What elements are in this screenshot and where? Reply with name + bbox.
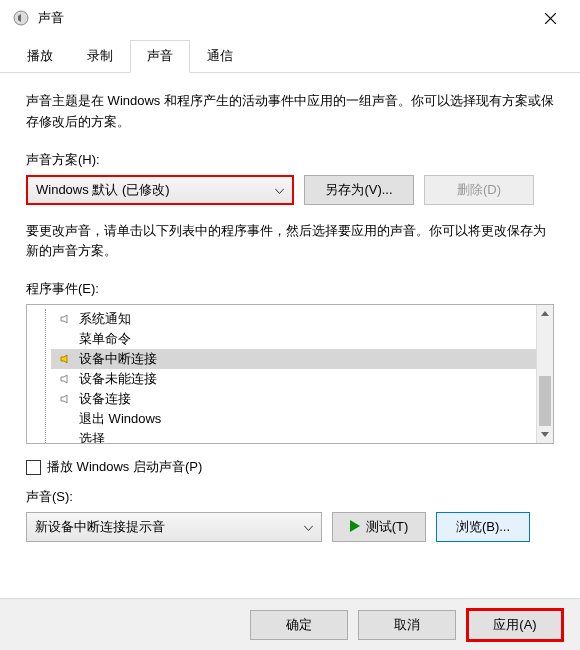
chevron-down-icon — [275, 182, 284, 197]
tab-recording[interactable]: 录制 — [70, 40, 130, 72]
startup-sound-row: 播放 Windows 启动声音(P) — [26, 458, 554, 476]
scroll-down-button[interactable] — [537, 426, 553, 443]
close-button[interactable] — [528, 3, 572, 33]
sound-dropdown[interactable]: 新设备中断连接提示音 — [26, 512, 322, 542]
list-item[interactable]: 设备未能连接 — [51, 369, 553, 389]
apply-button[interactable]: 应用(A) — [466, 608, 564, 642]
tab-communications[interactable]: 通信 — [190, 40, 250, 72]
test-label: 测试(T) — [366, 518, 409, 536]
scheme-value: Windows 默认 (已修改) — [36, 181, 170, 199]
play-icon — [350, 520, 360, 535]
events-listbox[interactable]: 系统通知 菜单命令 设备中断连接 设备未能连接 设备连接 退出 Windows … — [26, 304, 554, 444]
save-as-button[interactable]: 另存为(V)... — [304, 175, 414, 205]
chevron-down-icon — [304, 520, 313, 535]
list-item[interactable]: 菜单命令 — [51, 329, 553, 349]
description-1: 声音主题是在 Windows 和程序产生的活动事件中应用的一组声音。你可以选择现… — [26, 91, 554, 133]
tree-line — [45, 309, 46, 443]
scroll-up-button[interactable] — [537, 305, 553, 322]
scheme-row: Windows 默认 (已修改) 另存为(V)... 删除(D) — [26, 175, 554, 205]
delete-button: 删除(D) — [424, 175, 534, 205]
speaker-muted-icon — [57, 373, 75, 385]
tab-sounds[interactable]: 声音 — [130, 40, 190, 73]
list-item[interactable]: 系统通知 — [51, 309, 553, 329]
scheme-label: 声音方案(H): — [26, 151, 554, 169]
sound-icon — [12, 9, 30, 27]
speaker-muted-icon — [57, 393, 75, 405]
tab-playback[interactable]: 播放 — [10, 40, 70, 72]
sound-value: 新设备中断连接提示音 — [35, 518, 165, 536]
description-2: 要更改声音，请单击以下列表中的程序事件，然后选择要应用的声音。你可以将更改保存为… — [26, 221, 554, 263]
list-item[interactable]: 退出 Windows — [51, 409, 553, 429]
dialog-buttons: 确定 取消 应用(A) — [0, 598, 580, 650]
event-name: 设备连接 — [79, 390, 131, 408]
sound-row: 新设备中断连接提示音 测试(T) 浏览(B)... — [26, 512, 554, 542]
speaker-muted-icon — [57, 313, 75, 325]
content: 声音主题是在 Windows 和程序产生的活动事件中应用的一组声音。你可以选择现… — [0, 73, 580, 542]
startup-sound-label: 播放 Windows 启动声音(P) — [47, 458, 202, 476]
startup-sound-checkbox[interactable] — [26, 460, 41, 475]
browse-button[interactable]: 浏览(B)... — [436, 512, 530, 542]
list-item[interactable]: 选择 — [51, 429, 553, 444]
event-name: 系统通知 — [79, 310, 131, 328]
scheme-dropdown[interactable]: Windows 默认 (已修改) — [26, 175, 294, 205]
event-name: 退出 Windows — [79, 410, 161, 428]
scroll-thumb[interactable] — [539, 376, 551, 426]
event-name: 选择 — [79, 430, 105, 444]
test-button[interactable]: 测试(T) — [332, 512, 426, 542]
cancel-button[interactable]: 取消 — [358, 610, 456, 640]
event-name: 菜单命令 — [79, 330, 131, 348]
scrollbar[interactable] — [536, 305, 553, 443]
events-label: 程序事件(E): — [26, 280, 554, 298]
speaker-active-icon — [57, 353, 75, 365]
event-name: 设备未能连接 — [79, 370, 157, 388]
titlebar: 声音 — [0, 0, 580, 36]
sound-label: 声音(S): — [26, 488, 554, 506]
list-item[interactable]: 设备连接 — [51, 389, 553, 409]
window-title: 声音 — [38, 9, 528, 27]
list-item-selected[interactable]: 设备中断连接 — [51, 349, 553, 369]
tabs: 播放 录制 声音 通信 — [0, 36, 580, 73]
event-name: 设备中断连接 — [79, 350, 157, 368]
ok-button[interactable]: 确定 — [250, 610, 348, 640]
